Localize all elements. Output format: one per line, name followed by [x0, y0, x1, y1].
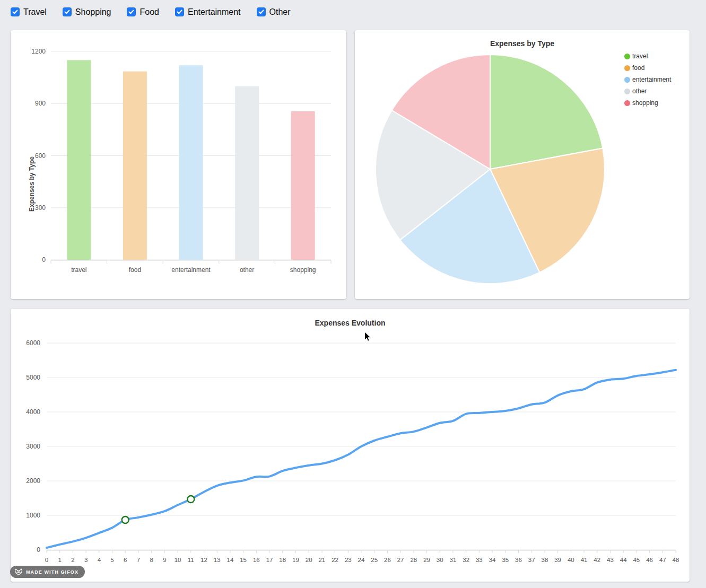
- filter-label: Travel: [23, 7, 47, 16]
- filter-travel[interactable]: Travel: [11, 7, 47, 16]
- bar-other[interactable]: [235, 86, 259, 260]
- tick-label: 12: [201, 557, 207, 563]
- tick-label: 40: [568, 557, 574, 563]
- tick-label: 3000: [26, 443, 40, 450]
- expenses-line[interactable]: [47, 370, 676, 548]
- tick-label: 2000: [26, 477, 40, 485]
- filter-other[interactable]: Other: [257, 7, 291, 16]
- tick-label: 39: [554, 557, 561, 563]
- filter-bar: Travel Shopping Food Entertainment Other: [11, 7, 291, 16]
- tick-label: 27: [397, 557, 404, 563]
- checkbox-checked-icon[interactable]: [257, 7, 266, 16]
- tick-label: 37: [528, 557, 535, 563]
- pie-chart-legend: travelfoodentertainmentothershopping: [624, 50, 671, 109]
- tick-label: 0: [37, 546, 40, 554]
- tick-label: 31: [450, 557, 457, 563]
- legend-swatch: [624, 89, 630, 94]
- tick-label: 36: [515, 557, 522, 563]
- tick-label: 15: [240, 557, 247, 563]
- tick-label: 35: [502, 557, 509, 563]
- checkbox-checked-icon[interactable]: [63, 7, 72, 16]
- tick-label: 16: [253, 557, 260, 563]
- tick-label: 1: [58, 557, 62, 563]
- tick-label: 46: [646, 557, 653, 563]
- tick-label: 38: [542, 557, 548, 563]
- tick-label: 4000: [26, 408, 40, 416]
- legend-label: other: [632, 87, 647, 95]
- tick-label: 0: [45, 557, 48, 563]
- checkbox-checked-icon[interactable]: [11, 7, 20, 16]
- checkbox-checked-icon[interactable]: [175, 7, 184, 16]
- legend-swatch: [624, 100, 630, 106]
- tick-label: shopping: [290, 266, 316, 274]
- tick-label: 900: [35, 100, 46, 107]
- tick-label: 29: [423, 557, 430, 563]
- tick-label: 3: [84, 557, 88, 563]
- bar-travel[interactable]: [67, 60, 91, 260]
- pie-chart-title: Expenses by Type: [355, 39, 690, 48]
- tick-label: 1000: [26, 512, 40, 519]
- tick-label: 6: [124, 557, 127, 563]
- tick-label: 19: [292, 557, 299, 563]
- highlighted-point[interactable]: [122, 516, 129, 523]
- line-chart-card: 0100020003000400050006000012345678910111…: [11, 309, 690, 582]
- legend-swatch: [624, 77, 630, 83]
- bar-food[interactable]: [123, 72, 147, 260]
- tick-label: 34: [489, 557, 496, 563]
- tick-label: 9: [163, 557, 166, 563]
- tick-label: entertainment: [171, 266, 211, 274]
- legend-swatch: [624, 54, 630, 59]
- legend-label: entertainment: [632, 76, 671, 83]
- filter-shopping[interactable]: Shopping: [63, 7, 111, 16]
- tick-label: 300: [35, 204, 46, 212]
- tick-label: 43: [607, 557, 614, 563]
- tick-label: 20: [306, 557, 312, 563]
- legend-item-shopping[interactable]: shopping: [624, 97, 671, 109]
- legend-label: travel: [632, 52, 648, 60]
- fox-icon: [14, 568, 23, 576]
- legend-item-other[interactable]: other: [624, 85, 671, 97]
- legend-item-entertainment[interactable]: entertainment: [624, 74, 671, 85]
- bar-entertainment[interactable]: [179, 65, 203, 260]
- filter-label: Other: [269, 7, 291, 16]
- bar-shopping[interactable]: [291, 111, 315, 260]
- tick-label: 24: [358, 557, 365, 563]
- dashboard: Travel Shopping Food Entertainment Other…: [0, 0, 706, 588]
- badge-text: MADE WITH GIFOX: [26, 569, 79, 575]
- filter-food[interactable]: Food: [127, 7, 159, 16]
- tick-label: 44: [620, 557, 627, 563]
- legend-swatch: [624, 65, 630, 71]
- tick-label: 600: [35, 152, 46, 160]
- highlighted-point[interactable]: [187, 496, 194, 503]
- tick-label: 48: [673, 557, 679, 563]
- tick-label: 45: [633, 557, 640, 563]
- filter-label: Food: [140, 7, 159, 16]
- legend-label: food: [632, 64, 644, 72]
- legend-item-travel[interactable]: travel: [624, 50, 671, 62]
- line-chart-title: Expenses Evolution: [11, 319, 690, 327]
- tick-label: 25: [371, 557, 378, 563]
- tick-label: 18: [279, 557, 286, 563]
- tick-label: 42: [594, 557, 600, 563]
- checkbox-checked-icon[interactable]: [127, 7, 136, 16]
- filter-entertainment[interactable]: Entertainment: [175, 7, 241, 16]
- tick-label: 10: [175, 557, 181, 563]
- tick-label: 1200: [31, 48, 46, 55]
- tick-label: 0: [42, 256, 46, 264]
- tick-label: 41: [581, 557, 588, 563]
- tick-label: 4: [98, 557, 101, 563]
- legend-item-food[interactable]: food: [624, 62, 671, 74]
- tick-label: 47: [659, 557, 666, 563]
- tick-label: 6000: [26, 339, 40, 347]
- tick-label: 17: [266, 557, 273, 563]
- tick-label: 23: [345, 557, 352, 563]
- made-with-gifox-badge[interactable]: MADE WITH GIFOX: [10, 566, 85, 578]
- tick-label: food: [129, 266, 141, 274]
- tick-label: travel: [71, 266, 86, 274]
- tick-label: 33: [476, 557, 483, 563]
- filter-label: Entertainment: [188, 7, 241, 16]
- tick-label: 2: [71, 557, 74, 563]
- legend-label: shopping: [632, 99, 658, 107]
- tick-label: 26: [384, 557, 391, 563]
- tick-label: 32: [463, 557, 469, 563]
